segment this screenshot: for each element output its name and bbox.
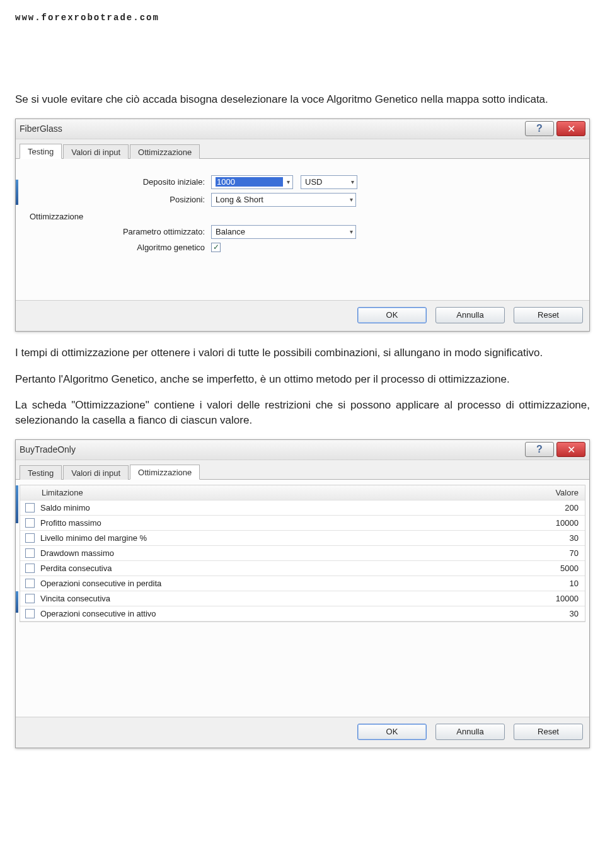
row-value[interactable]: 30: [516, 609, 579, 618]
page-header-url: www.forexrobotrade.com: [15, 13, 590, 23]
ok-button[interactable]: OK: [357, 307, 427, 323]
row-label: Operazioni consecutive in perdita: [40, 579, 516, 588]
row-label: Perdita consecutiva: [40, 564, 516, 573]
row-value[interactable]: 30: [516, 533, 579, 543]
tabstrip: Testing Valori di input Ottimizzazione: [16, 139, 589, 159]
dialog-body: Deposito iniziale: 1000 ▾ USD ▾ Posizion…: [16, 159, 589, 300]
row-value[interactable]: 70: [516, 548, 579, 558]
chevron-down-icon: ▾: [350, 228, 353, 235]
cancel-button[interactable]: Annulla: [435, 307, 505, 323]
close-button[interactable]: ✕: [556, 121, 585, 136]
chevron-down-icon: ▾: [287, 178, 290, 185]
table-header: Limitazione Valore: [20, 485, 585, 501]
row-checkbox[interactable]: [25, 548, 35, 558]
row-checkbox[interactable]: [25, 609, 35, 618]
row-checkbox[interactable]: [25, 503, 35, 512]
row-label: Operazioni consecutive in attivo: [40, 609, 516, 618]
close-button[interactable]: ✕: [556, 442, 585, 457]
titlebar: FiberGlass ? ✕: [16, 119, 589, 139]
paragraph-3: Pertanto l'Algoritmo Genetico, anche se …: [15, 372, 590, 387]
parametro-value: Balance: [216, 227, 346, 236]
table-row: Operazioni consecutive in attivo 30: [20, 606, 585, 622]
accent-stripe: [16, 591, 18, 613]
parametro-combo[interactable]: Balance ▾: [211, 225, 356, 239]
chevron-down-icon: ▾: [351, 178, 354, 185]
titlebar: BuyTradeOnly ? ✕: [16, 440, 589, 460]
row-checkbox[interactable]: [25, 594, 35, 603]
col-limitazione: Limitazione: [40, 488, 516, 497]
row-checkbox[interactable]: [25, 579, 35, 588]
dialog-title: BuyTradeOnly: [20, 444, 522, 454]
row-value[interactable]: 200: [516, 503, 579, 512]
paragraph-4: La scheda "Ottimizzazione" contiene i va…: [15, 398, 590, 428]
label-deposito: Deposito iniziale:: [22, 177, 211, 187]
tab-ottimizzazione[interactable]: Ottimizzazione: [130, 465, 200, 480]
dialog-body: Limitazione Valore Saldo minimo 200 Prof…: [16, 480, 589, 717]
row-checkbox[interactable]: [25, 518, 35, 528]
reset-button[interactable]: Reset: [514, 307, 583, 323]
table-row: Operazioni consecutive in perdita 10: [20, 576, 585, 591]
label-parametro: Parametro ottimizzato:: [22, 227, 211, 236]
row-label: Livello minimo del margine %: [40, 533, 516, 543]
col-valore: Valore: [516, 488, 579, 497]
tab-ottimizzazione[interactable]: Ottimizzazione: [130, 144, 200, 159]
table-row: Drawdown massimo 70: [20, 546, 585, 561]
table-row: Vincita consecutiva 10000: [20, 591, 585, 606]
dialog-footer: OK Annulla Reset: [16, 717, 589, 748]
row-value[interactable]: 5000: [516, 564, 579, 573]
row-label: Profitto massimo: [40, 518, 516, 528]
dialog-fiberglass: FiberGlass ? ✕ Testing Valori di input O…: [15, 119, 590, 332]
algoritmo-checkbox[interactable]: ✓: [211, 243, 221, 252]
row-checkbox[interactable]: [25, 533, 35, 543]
tab-valori-input[interactable]: Valori di input: [63, 465, 129, 480]
group-ottimizzazione-label: Ottimizzazione: [30, 212, 583, 221]
help-button[interactable]: ?: [525, 121, 554, 136]
row-value[interactable]: 10: [516, 579, 579, 588]
row-checkbox[interactable]: [25, 564, 35, 573]
reset-button[interactable]: Reset: [514, 724, 583, 740]
dialog-title: FiberGlass: [20, 124, 522, 134]
cancel-button[interactable]: Annulla: [435, 724, 505, 740]
accent-stripe: [16, 485, 18, 523]
label-algoritmo: Algoritmo genetico: [22, 243, 211, 252]
chevron-down-icon: ▾: [350, 196, 353, 203]
table-row: Perdita consecutiva 5000: [20, 561, 585, 576]
limitations-table: Limitazione Valore Saldo minimo 200 Prof…: [20, 485, 585, 622]
table-row: Saldo minimo 200: [20, 501, 585, 516]
posizioni-value: Long & Short: [216, 195, 346, 204]
row-value[interactable]: 10000: [516, 518, 579, 528]
ok-button[interactable]: OK: [357, 724, 427, 740]
accent-stripe: [16, 180, 18, 205]
help-button[interactable]: ?: [525, 442, 554, 457]
deposito-value: 1000: [216, 177, 283, 187]
paragraph-1: Se si vuole evitare che ciò accada bisog…: [15, 92, 590, 107]
row-label: Drawdown massimo: [40, 548, 516, 558]
paragraph-2: I tempi di ottimizzazione per ottenere i…: [15, 345, 590, 361]
row-label: Vincita consecutiva: [40, 594, 516, 603]
tab-testing[interactable]: Testing: [20, 465, 62, 480]
currency-combo[interactable]: USD ▾: [301, 175, 357, 189]
row-label: Saldo minimo: [40, 503, 516, 512]
table-row: Profitto massimo 10000: [20, 516, 585, 531]
table-row: Livello minimo del margine % 30: [20, 531, 585, 546]
tab-valori-input[interactable]: Valori di input: [63, 144, 129, 159]
row-value[interactable]: 10000: [516, 594, 579, 603]
tabstrip: Testing Valori di input Ottimizzazione: [16, 460, 589, 480]
dialog-footer: OK Annulla Reset: [16, 300, 589, 331]
posizioni-combo[interactable]: Long & Short ▾: [211, 193, 356, 207]
label-posizioni: Posizioni:: [22, 195, 211, 204]
deposito-combo[interactable]: 1000 ▾: [211, 175, 293, 189]
tab-testing[interactable]: Testing: [20, 144, 62, 159]
currency-value: USD: [305, 177, 347, 187]
dialog-buytradeonly: BuyTradeOnly ? ✕ Testing Valori di input…: [15, 439, 590, 748]
